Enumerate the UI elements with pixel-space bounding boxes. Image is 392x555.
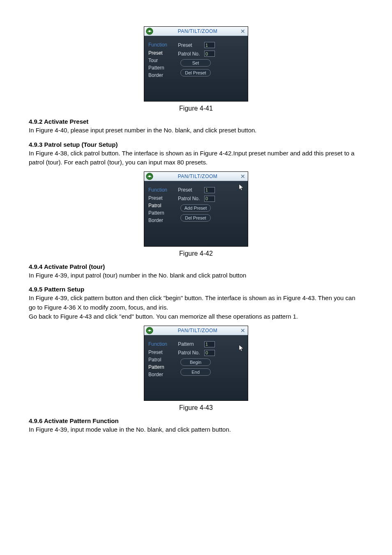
app-logo-icon	[146, 327, 153, 334]
preset-input[interactable]	[204, 187, 215, 193]
pattern-input[interactable]	[204, 341, 215, 347]
cursor-icon	[239, 184, 244, 191]
menu-item-border[interactable]: Border	[148, 217, 176, 224]
dialog-titlebar: PAN/TILT/ZOOM ✕	[144, 27, 248, 36]
menu-item-pattern[interactable]: Pattern	[148, 209, 176, 217]
figure-4-43-dialog-wrap: PAN/TILT/ZOOM ✕ Function Preset Patrol P…	[29, 326, 363, 401]
function-menu: Function Preset Patrol Pattern Border	[148, 341, 176, 378]
figure-caption-441: Figure 4-41	[29, 105, 363, 112]
patrol-no-input[interactable]	[204, 350, 215, 356]
patrol-no-label: Patrol No.	[178, 196, 204, 201]
dialog-titlebar: PAN/TILT/ZOOM ✕	[144, 326, 248, 335]
preset-field-row: Preset	[178, 187, 244, 193]
pattern-field-row: Pattern	[178, 341, 244, 347]
patrol-no-label: Patrol No.	[178, 51, 204, 57]
menu-item-pattern[interactable]: Pattern	[148, 363, 176, 371]
end-button[interactable]: End	[180, 368, 211, 376]
menu-item-preset[interactable]: Preset	[148, 194, 176, 202]
menu-item-patrol[interactable]: Patrol	[148, 356, 176, 363]
dialog-body: Function Preset Patrol Pattern Border Pa…	[144, 335, 248, 400]
ptz-dialog: PAN/TILT/ZOOM ✕ Function Preset Patrol P…	[144, 326, 248, 401]
preset-label: Preset	[178, 187, 204, 193]
dialog-body: Function Preset Patrol Pattern Border Pr…	[144, 181, 248, 246]
cursor-icon	[239, 345, 244, 352]
set-button[interactable]: Set	[180, 59, 211, 67]
ptz-dialog: PAN/TILT/ZOOM ✕ Function Preset Tour Pat…	[144, 26, 248, 102]
menu-item-pattern[interactable]: Pattern	[148, 64, 176, 72]
svg-point-1	[149, 30, 151, 32]
app-logo-icon	[146, 28, 153, 35]
section-body-494: In Figure 4-39, input patrol (tour) numb…	[29, 271, 363, 280]
add-preset-button[interactable]: Add Preset	[180, 204, 211, 212]
close-icon[interactable]: ✕	[240, 173, 246, 180]
close-icon[interactable]: ✕	[240, 327, 246, 334]
section-body-496: In Figure 4-39, input mode value in the …	[29, 425, 363, 435]
preset-input[interactable]	[204, 42, 215, 48]
del-preset-button[interactable]: Del Preset	[180, 214, 211, 222]
patrol-no-input[interactable]	[204, 51, 215, 57]
pattern-label: Pattern	[178, 341, 204, 347]
begin-button[interactable]: Begin	[180, 358, 211, 366]
function-header: Function	[148, 42, 176, 48]
preset-label: Preset	[178, 42, 204, 48]
settings-column: Preset Patrol No. Add Preset Del Preset	[178, 187, 244, 222]
function-menu: Function Preset Patrol Pattern Border	[148, 187, 176, 224]
menu-item-border[interactable]: Border	[148, 371, 176, 378]
menu-item-patrol[interactable]: Patrol	[148, 202, 176, 209]
close-icon[interactable]: ✕	[240, 28, 246, 35]
menu-item-preset[interactable]: Preset	[148, 49, 176, 57]
dialog-titlebar: PAN/TILT/ZOOM ✕	[144, 172, 248, 181]
section-title-495: 4.9.5 Pattern Setup	[29, 286, 363, 293]
section-body-493: In Figure 4-38, click patrol button. The…	[29, 149, 363, 167]
preset-field-row: Preset	[178, 42, 244, 48]
section-title-492: 4.9.2 Activate Preset	[29, 118, 363, 125]
section-title-496: 4.9.6 Activate Pattern Function	[29, 417, 363, 424]
settings-column: Preset Patrol No. Set Del Preset	[178, 42, 244, 76]
function-header: Function	[148, 187, 176, 193]
figure-4-41-dialog-wrap: PAN/TILT/ZOOM ✕ Function Preset Tour Pat…	[29, 26, 363, 102]
dialog-title: PAN/TILT/ZOOM	[156, 173, 240, 179]
patrol-no-input[interactable]	[204, 196, 215, 202]
section-title-493: 4.9.3 Patrol setup (Tour Setup)	[29, 141, 363, 148]
function-menu: Function Preset Tour Pattern Border	[148, 42, 176, 79]
svg-point-5	[149, 329, 151, 331]
menu-item-preset[interactable]: Preset	[148, 349, 176, 356]
patrol-no-field-row: Patrol No.	[178, 196, 244, 202]
dialog-title: PAN/TILT/ZOOM	[156, 328, 240, 333]
patrol-no-field-row: Patrol No.	[178, 51, 244, 57]
patrol-no-field-row: Patrol No.	[178, 350, 244, 356]
figure-caption-442: Figure 4-42	[29, 250, 363, 257]
figure-4-42-dialog-wrap: PAN/TILT/ZOOM ✕ Function Preset Patrol P…	[29, 171, 363, 247]
function-header: Function	[148, 341, 176, 347]
menu-item-tour[interactable]: Tour	[148, 57, 176, 64]
del-preset-button[interactable]: Del Preset	[180, 69, 211, 76]
section-title-494: 4.9.4 Activate Patrol (tour)	[29, 263, 363, 270]
figure-caption-443: Figure 4-43	[29, 404, 363, 412]
section-body-492: In Figure 4-40, please input preset numb…	[29, 126, 363, 135]
ptz-dialog: PAN/TILT/ZOOM ✕ Function Preset Patrol P…	[144, 171, 248, 247]
dialog-title: PAN/TILT/ZOOM	[156, 28, 240, 34]
section-body-495: In Figure 4-39, click pattern button and…	[29, 294, 363, 321]
patrol-no-label: Patrol No.	[178, 350, 204, 356]
app-logo-icon	[146, 173, 153, 180]
dialog-body: Function Preset Tour Pattern Border Pres…	[144, 36, 248, 101]
menu-item-border[interactable]: Border	[148, 72, 176, 79]
settings-column: Pattern Patrol No. Begin End	[178, 341, 244, 376]
svg-point-3	[149, 175, 151, 177]
